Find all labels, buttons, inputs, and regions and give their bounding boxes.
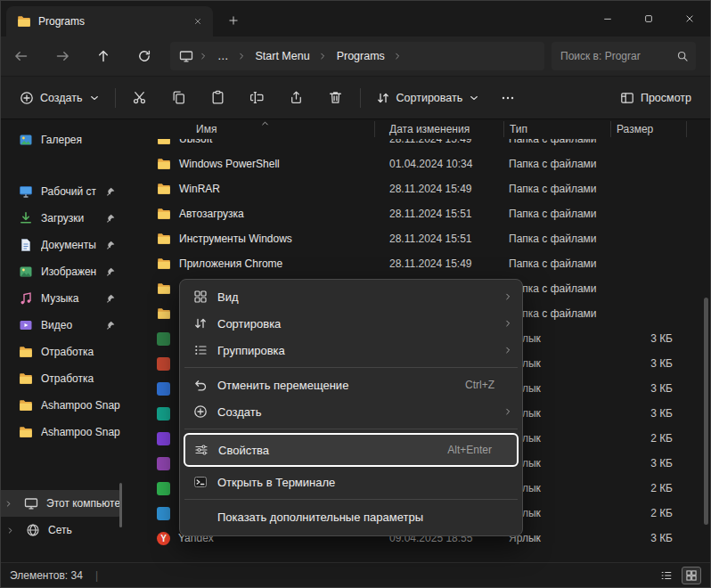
context-menu: Вид Сортировка Группировка Отменить пере… (179, 279, 523, 536)
sidebar-item-music[interactable]: Музыка (3, 285, 121, 312)
column-separator[interactable] (686, 121, 687, 137)
menu-item-sort[interactable]: Сортировка (183, 310, 519, 337)
sidebar-item-network[interactable]: Сеть (3, 517, 121, 543)
column-header-size[interactable]: Размер (611, 123, 687, 135)
column-separator[interactable] (374, 121, 375, 137)
menu-item-properties[interactable]: Свойства Alt+Enter (184, 433, 519, 467)
column-separator[interactable] (503, 121, 504, 137)
breadcrumb-overflow[interactable]: … (211, 50, 235, 62)
properties-icon (194, 443, 208, 457)
sidebar-item-otrabotka-1[interactable]: Отработка (3, 339, 121, 365)
column-header-type[interactable]: Тип (504, 123, 611, 135)
tab-programs[interactable]: Programs (6, 6, 213, 37)
menu-separator (184, 367, 518, 368)
this-pc-icon[interactable] (179, 49, 193, 63)
copy-button[interactable] (162, 83, 196, 113)
chevron-right-icon (318, 51, 329, 61)
menu-item-view[interactable]: Вид (183, 283, 519, 310)
pin-icon (104, 293, 116, 305)
more-options-button[interactable] (494, 85, 521, 111)
app-shortcut-icon (157, 457, 170, 470)
expander-chevron-icon[interactable] (6, 525, 18, 536)
cut-button[interactable] (123, 83, 157, 113)
expander-chevron-icon[interactable] (4, 498, 16, 510)
thumbnails-view-button[interactable] (682, 567, 701, 584)
rename-button[interactable] (241, 83, 274, 113)
sidebar-scrollbar[interactable] (119, 483, 122, 527)
tab-close-icon[interactable] (190, 13, 206, 29)
file-row-winrar[interactable]: WinRAR 28.11.2024 15:49 Папка с файлами (123, 176, 687, 201)
file-size: 3 КБ (611, 457, 687, 470)
app-shortcut-icon (157, 432, 170, 445)
file-row-приложения-chrome[interactable]: Приложения Chrome 28.11.2024 15:49 Папка… (123, 251, 687, 276)
chevron-right-icon (237, 51, 248, 61)
sidebar-item-label: Ashampoo Snap (41, 399, 121, 412)
column-separator[interactable] (610, 121, 611, 137)
sidebar-item-pictures[interactable]: Изображени (3, 258, 121, 285)
file-name: Windows PowerShell (179, 158, 280, 170)
sidebar-item-documents[interactable]: Документы (3, 232, 121, 258)
view-icon (620, 91, 634, 105)
menu-item-undo-move[interactable]: Отменить перемещение Ctrl+Z (183, 372, 519, 398)
details-view-button[interactable] (657, 567, 676, 584)
paste-button[interactable] (201, 83, 235, 113)
file-row-инструменты-windows[interactable]: Инструменты Windows 28.11.2024 15:51 Пап… (123, 226, 687, 251)
column-header-date[interactable]: Дата изменения (375, 123, 504, 135)
submenu-chevron-icon (500, 291, 512, 302)
file-size: 2 КБ (611, 432, 687, 445)
sidebar-item-desktop[interactable]: Рабочий сто (3, 178, 121, 205)
sidebar-item-downloads[interactable]: Загрузки (3, 205, 121, 232)
sidebar-item-label: Видео (41, 319, 96, 331)
close-button[interactable] (669, 1, 710, 37)
breadcrumb-start-menu[interactable]: Start Menu (249, 50, 316, 62)
sidebar-item-otrabotka-2[interactable]: Отработка (3, 365, 121, 392)
plus-circle-icon (193, 404, 208, 419)
file-type: Папка с файлами (504, 257, 611, 270)
menu-item-show-more-options[interactable]: Показать дополнительные параметры (183, 503, 519, 530)
new-button[interactable]: Создать (12, 85, 108, 111)
sidebar-item-ashampoo-1[interactable]: Ashampoo Snap (3, 392, 121, 419)
maximize-button[interactable] (628, 1, 669, 37)
sidebar-item-ashampoo-2[interactable]: Ashampoo Snap (3, 419, 121, 445)
search-input[interactable] (552, 50, 696, 62)
sort-icon (193, 316, 208, 331)
file-row-windows-powershell[interactable]: Windows PowerShell 01.04.2024 10:34 Папк… (123, 151, 687, 176)
file-size: 3 КБ (611, 357, 687, 370)
sidebar-item-this-pc[interactable]: Этот компьюте (1, 490, 121, 517)
back-button[interactable] (8, 43, 35, 69)
share-button[interactable] (280, 83, 314, 113)
file-date: 28.11.2024 15:49 (375, 257, 504, 270)
sidebar-item-videos[interactable]: Видео (3, 312, 121, 339)
vertical-scrollbar[interactable] (704, 298, 708, 525)
sidebar-item-gallery[interactable]: Галерея (3, 127, 121, 153)
file-size: 2 КБ (611, 507, 687, 519)
refresh-button[interactable] (131, 43, 158, 69)
delete-button[interactable] (319, 83, 353, 113)
file-size: 3 КБ (611, 382, 687, 395)
chevron-right-icon (199, 51, 209, 61)
new-tab-button[interactable] (224, 11, 243, 30)
sort-button[interactable]: Сортировать (368, 85, 488, 111)
desktop-icon (19, 184, 33, 199)
toolbar-divider (360, 88, 361, 108)
file-row-автозагрузка[interactable]: Автозагрузка 28.11.2024 15:51 Папка с фа… (123, 201, 687, 226)
toolbar-divider (115, 88, 116, 108)
status-bar: Элементов: 34 | (1, 562, 710, 587)
menu-item-group[interactable]: Группировка (183, 337, 519, 363)
menu-item-label: Показать дополнительные параметры (217, 510, 494, 524)
view-button[interactable]: Просмотр (612, 85, 699, 111)
file-explorer-window: Programs … Start Menu Programs (0, 0, 711, 588)
pin-icon (104, 240, 116, 251)
search-icon[interactable] (676, 50, 689, 62)
breadcrumb-programs[interactable]: Programs (331, 50, 391, 62)
app-shortcut-icon (157, 382, 170, 396)
column-header-name[interactable]: Имя (123, 123, 375, 135)
menu-item-open-terminal[interactable]: Открыть в Терминале (183, 469, 519, 495)
app-shortcut-icon (157, 407, 170, 421)
menu-item-new[interactable]: Создать (183, 398, 519, 425)
app-shortcut-icon (157, 482, 170, 495)
up-button[interactable] (90, 43, 117, 69)
minimize-button[interactable] (587, 1, 628, 37)
sidebar-item-label: Музыка (41, 292, 96, 305)
forward-button[interactable] (49, 43, 76, 69)
